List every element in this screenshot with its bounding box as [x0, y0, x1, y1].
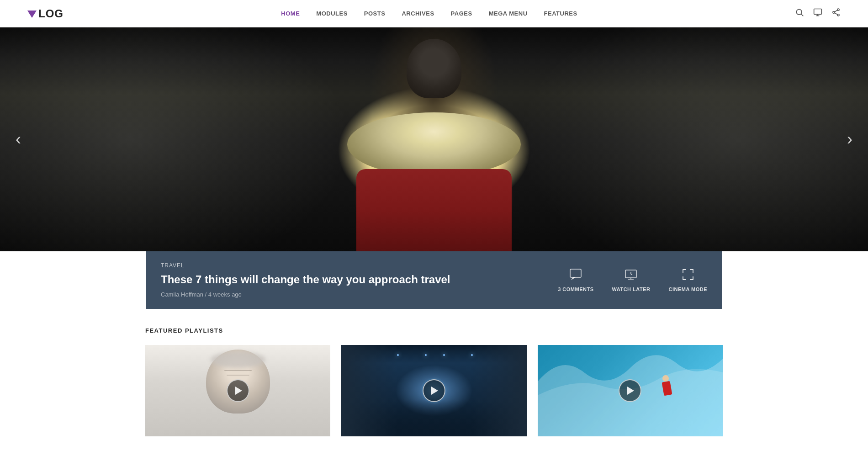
info-bar-left: TRAVEL These 7 things will change the wa…: [161, 262, 558, 298]
main-nav: HOME MODULES POSTS ARCHIVES PAGES MEGA M…: [64, 10, 795, 17]
hero-slider: ‹ ›: [0, 27, 868, 251]
play-icon-1: [235, 387, 242, 395]
playlist-play-button-1[interactable]: [227, 379, 249, 402]
play-icon-2: [431, 387, 438, 395]
svg-line-9: [835, 13, 837, 15]
logo-text: LOG: [38, 7, 64, 20]
playlist-play-button-2[interactable]: [423, 379, 445, 402]
video-category: TRAVEL: [161, 262, 558, 269]
watch-later-icon: [625, 268, 637, 283]
comments-label: 3 COMMENTS: [558, 286, 593, 292]
watch-later-action[interactable]: WATCH LATER: [612, 268, 651, 292]
display-icon[interactable]: [813, 8, 822, 19]
search-icon[interactable]: [795, 8, 804, 19]
nav-item-posts[interactable]: POSTS: [364, 10, 386, 17]
svg-line-1: [801, 14, 804, 16]
nav-item-mega-menu[interactable]: MEGA MENU: [489, 10, 528, 17]
video-meta: Camila Hoffman / 4 weeks ago: [161, 291, 558, 298]
playlist-item-2[interactable]: [341, 345, 526, 436]
video-title: These 7 things will change the way you a…: [161, 272, 558, 286]
nav-item-archives[interactable]: ARCHIVES: [402, 10, 434, 17]
site-header: LOG HOME MODULES POSTS ARCHIVES PAGES ME…: [0, 0, 868, 27]
svg-point-0: [796, 9, 802, 15]
slider-prev-button[interactable]: ‹: [9, 130, 27, 148]
chevron-right-icon: ›: [847, 131, 852, 148]
svg-point-5: [837, 9, 839, 11]
playlist-item-3[interactable]: [538, 345, 723, 436]
nav-item-modules[interactable]: MODULES: [316, 10, 348, 17]
share-icon[interactable]: [831, 8, 841, 19]
svg-rect-10: [570, 269, 581, 277]
site-logo[interactable]: LOG: [27, 7, 64, 20]
svg-point-6: [833, 11, 835, 13]
svg-line-8: [835, 10, 837, 12]
info-bar-actions: 3 COMMENTS WATCH LATER: [558, 268, 707, 292]
play-icon-3: [627, 387, 634, 395]
playlist-play-button-3[interactable]: [619, 379, 641, 402]
svg-rect-2: [814, 9, 822, 15]
hero-background: [0, 27, 868, 251]
nav-item-home[interactable]: HOME: [281, 10, 300, 17]
slider-next-button[interactable]: ›: [841, 130, 859, 148]
playlist-item-1[interactable]: [145, 345, 330, 436]
playlist-grid: [145, 345, 723, 436]
video-author: Camila Hoffman: [161, 291, 203, 298]
comments-action[interactable]: 3 COMMENTS: [558, 268, 593, 292]
watch-later-label: WATCH LATER: [612, 286, 651, 292]
chevron-left-icon: ‹: [16, 131, 21, 148]
svg-point-7: [837, 14, 839, 16]
header-icon-group: [795, 8, 841, 19]
cinema-mode-label: CINEMA MODE: [668, 286, 707, 292]
featured-playlists-title: FEATURED PLAYLISTS: [145, 327, 723, 334]
nav-item-features[interactable]: FEATURES: [544, 10, 577, 17]
video-info-bar: TRAVEL These 7 things will change the wa…: [146, 251, 722, 309]
comments-icon: [569, 268, 582, 283]
meta-separator: /: [205, 291, 208, 298]
logo-triangle-icon: [27, 11, 37, 18]
featured-playlists-section: FEATURED PLAYLISTS: [0, 309, 868, 436]
cinema-mode-action[interactable]: CINEMA MODE: [668, 268, 707, 292]
cinema-mode-icon: [682, 268, 694, 283]
video-time: 4 weeks ago: [208, 291, 242, 298]
nav-item-pages[interactable]: PAGES: [451, 10, 472, 17]
svg-line-15: [631, 274, 632, 275]
